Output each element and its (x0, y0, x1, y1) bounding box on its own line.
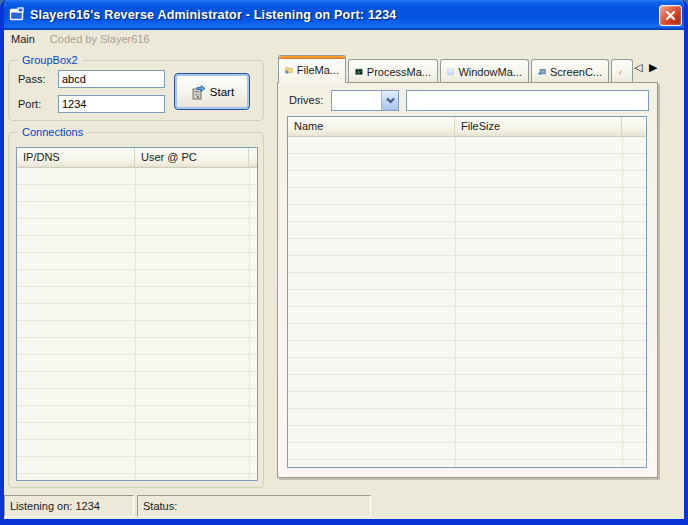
files-listview[interactable]: Name FileSize (287, 116, 647, 468)
menu-item-credit: Coded by Slayer616 (43, 31, 158, 47)
tab-windowmanager[interactable]: WindowMa... (440, 59, 529, 83)
filemanager-tabpage: Drives: Name FileSize (277, 82, 658, 478)
client-area: GroupBox2 Pass: Port: Start Connections (4, 48, 684, 519)
connections-list-body[interactable] (17, 168, 257, 481)
column-header-filler (249, 148, 257, 167)
files-list-body[interactable] (288, 137, 646, 468)
window-icon (447, 65, 454, 79)
connections-header: IP/DNS User @ PC (17, 148, 257, 168)
tab-partial[interactable] (611, 59, 633, 83)
menu-bar: Main Coded by Slayer616 (4, 30, 684, 48)
column-header-ipdns[interactable]: IP/DNS (17, 148, 135, 167)
column-gridline (249, 168, 250, 481)
drives-dropdown-button[interactable] (381, 91, 398, 110)
screen-capture-icon (538, 65, 546, 79)
status-panel-status: Status: (137, 495, 371, 517)
groupbox2: GroupBox2 Pass: Port: Start (8, 60, 264, 121)
port-input[interactable] (58, 95, 165, 113)
status-panel-listening: Listening on: 1234 (4, 495, 134, 517)
tab-screencapture[interactable]: ScreenC... (531, 59, 609, 83)
menu-item-main[interactable]: Main (4, 31, 43, 47)
app-window: Slayer616's Reverse Administrator - List… (0, 0, 688, 525)
folder-arrow-icon (285, 63, 293, 77)
chevron-down-icon (385, 96, 396, 105)
connections-groupbox: Connections IP/DNS User @ PC (8, 132, 264, 488)
tab-scroll-left-icon[interactable]: ◁ (634, 61, 642, 75)
connections-title: Connections (18, 126, 87, 138)
drives-combobox-value (332, 91, 381, 110)
column-gridline (455, 137, 456, 468)
pass-input[interactable] (58, 70, 165, 88)
drives-label: Drives: (289, 94, 323, 106)
window-title: Slayer616's Reverse Administrator - List… (30, 8, 659, 22)
tab-label: FileMa... (297, 63, 339, 76)
column-header-filler (622, 117, 646, 136)
column-header-name[interactable]: Name (288, 117, 455, 136)
window-icon (9, 7, 25, 23)
status-bar: Listening on: 1234 Status: (4, 494, 684, 518)
title-bar[interactable]: Slayer616's Reverse Administrator - List… (0, 0, 688, 30)
close-button[interactable] (659, 5, 682, 26)
close-icon (665, 10, 676, 21)
column-gridline (135, 168, 136, 481)
column-gridline (622, 137, 623, 468)
start-button[interactable]: Start (174, 73, 250, 110)
pass-label: Pass: (18, 73, 46, 85)
pencil-icon (618, 65, 622, 79)
drives-combobox[interactable] (331, 90, 399, 111)
process-monitor-icon (355, 65, 363, 79)
tab-label: WindowMa... (458, 65, 522, 78)
files-header: Name FileSize (288, 117, 646, 137)
connections-listview[interactable]: IP/DNS User @ PC (16, 147, 258, 481)
column-header-filesize[interactable]: FileSize (455, 117, 622, 136)
tab-filemanager[interactable]: FileMa... (278, 55, 346, 83)
port-label: Port: (18, 98, 41, 110)
path-input[interactable] (406, 90, 649, 111)
start-button-label: Start (210, 86, 234, 98)
column-header-userpc[interactable]: User @ PC (135, 148, 249, 167)
tab-processmanager[interactable]: ProcessMa... (348, 59, 438, 83)
tab-scroll-right-icon[interactable]: ▶ (649, 61, 657, 75)
tab-label: ProcessMa... (367, 65, 431, 78)
server-arrow-icon (190, 84, 206, 100)
groupbox2-title: GroupBox2 (18, 54, 82, 66)
tab-label: ScreenC... (550, 65, 602, 78)
